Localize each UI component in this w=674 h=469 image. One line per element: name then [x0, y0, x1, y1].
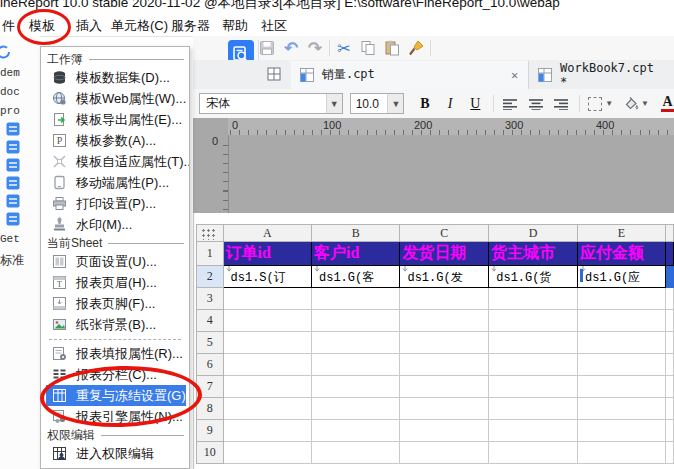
tree-item-partial[interactable]: 标准 — [0, 252, 24, 269]
copy-icon[interactable] — [358, 38, 378, 58]
empty-cell[interactable] — [489, 398, 578, 420]
cell-c1[interactable]: 发货日期 — [400, 242, 489, 266]
refresh-icon[interactable] — [0, 44, 12, 60]
empty-cell[interactable] — [223, 376, 311, 398]
empty-cell[interactable] — [400, 398, 489, 420]
empty-cell[interactable] — [489, 376, 578, 398]
menu-item-insert[interactable]: 插入 — [76, 17, 102, 35]
align-center-icon[interactable] — [526, 94, 545, 114]
empty-cell[interactable] — [489, 288, 578, 310]
menu-item-report-footer[interactable]: 报表页脚(F)... — [41, 293, 189, 314]
menu-item-partial[interactable]: 件 — [2, 17, 15, 35]
menu-item-help[interactable]: 帮助 — [222, 17, 248, 35]
menu-item-parameters[interactable]: P 模板参数(A)... — [41, 130, 189, 151]
empty-cell[interactable] — [312, 376, 400, 398]
cell-e1[interactable]: 应付金额 — [578, 242, 666, 266]
column-header-e[interactable]: E — [578, 225, 666, 242]
font-size-select[interactable]: 10.0 ▼ — [350, 93, 405, 114]
empty-cell[interactable] — [578, 398, 666, 420]
row-header-8[interactable]: 8 — [197, 398, 224, 420]
empty-cell[interactable] — [578, 332, 666, 354]
row-header-10[interactable]: 10 — [197, 442, 224, 464]
empty-cell[interactable] — [312, 398, 400, 420]
row-header-5[interactable]: 5 — [197, 332, 224, 354]
empty-cell[interactable] — [578, 310, 666, 332]
fill-color-button[interactable]: ▼ — [623, 96, 649, 111]
empty-cell[interactable] — [400, 442, 489, 464]
cpt-file-icon[interactable] — [6, 176, 20, 190]
tree-item-partial[interactable]: Get — [0, 233, 20, 245]
empty-cell[interactable] — [223, 398, 311, 420]
empty-cell[interactable] — [400, 288, 489, 310]
cell-a1[interactable]: 订单id — [223, 242, 311, 266]
empty-cell[interactable] — [400, 376, 489, 398]
menu-item-watermark[interactable]: 水印(M)... — [41, 214, 189, 235]
undo-icon[interactable]: ↶ — [281, 38, 301, 58]
menu-item-web-attributes[interactable]: 模板Web属性(W)... — [41, 88, 189, 109]
cell-b2[interactable]: ds1.G(客 — [312, 266, 400, 288]
tree-item-partial[interactable]: doc — [0, 86, 20, 98]
underline-button[interactable]: U — [467, 94, 484, 113]
cpt-file-icon[interactable] — [6, 122, 20, 136]
cpt-file-icon[interactable] — [6, 212, 20, 226]
empty-cell[interactable] — [400, 354, 489, 376]
tree-item-partial[interactable]: dem — [0, 67, 20, 79]
empty-cell[interactable] — [489, 310, 578, 332]
bold-button[interactable]: B — [416, 94, 433, 113]
tab-sales-cpt[interactable]: 销量.cpt ✕ — [291, 61, 529, 89]
empty-cell[interactable] — [312, 420, 400, 442]
italic-button[interactable]: I — [442, 94, 459, 113]
empty-cell[interactable] — [400, 310, 489, 332]
empty-cell[interactable] — [223, 288, 311, 310]
empty-cell[interactable] — [489, 332, 578, 354]
empty-cell[interactable] — [489, 354, 578, 376]
row-header-9[interactable]: 9 — [197, 420, 224, 442]
select-all-corner[interactable] — [197, 225, 224, 242]
column-header-d[interactable]: D — [489, 225, 578, 242]
cut-icon[interactable]: ✂ — [334, 38, 354, 58]
empty-cell[interactable] — [578, 376, 666, 398]
cell-c2[interactable]: ds1.G(发 — [400, 266, 489, 288]
font-color-button[interactable]: A — [661, 95, 674, 112]
empty-cell[interactable] — [578, 442, 666, 464]
empty-cell[interactable] — [312, 354, 400, 376]
empty-cell[interactable] — [578, 420, 666, 442]
cell-a2[interactable]: ds1.S(订 — [223, 266, 311, 288]
menu-item-adaptive-attributes[interactable]: 模板自适应属性(T)... — [41, 151, 189, 172]
row-header-1[interactable]: 1 — [197, 242, 224, 266]
menu-item-enter-permission-edit[interactable]: 进入权限编辑 — [41, 443, 189, 464]
tab-list-icon[interactable] — [265, 65, 285, 85]
menu-item-mobile-attributes[interactable]: 移动端属性(P)... — [41, 172, 189, 193]
tree-item-partial[interactable]: pro — [0, 105, 20, 117]
empty-cell[interactable] — [489, 420, 578, 442]
menu-item-paper-background[interactable]: 纸张背景(B)... — [41, 314, 189, 335]
menu-item-fill-attributes[interactable]: 报表填报属性(R)... — [41, 343, 189, 364]
empty-cell[interactable] — [489, 442, 578, 464]
empty-cell[interactable] — [312, 310, 400, 332]
empty-cell[interactable] — [578, 288, 666, 310]
empty-cell[interactable] — [312, 442, 400, 464]
empty-cell[interactable] — [223, 442, 311, 464]
align-left-icon[interactable] — [501, 94, 520, 114]
align-right-icon[interactable] — [551, 94, 570, 114]
empty-cell[interactable] — [578, 354, 666, 376]
menu-item-community[interactable]: 社区 — [261, 17, 287, 35]
row-header-6[interactable]: 6 — [197, 354, 224, 376]
empty-cell[interactable] — [312, 288, 400, 310]
column-header-c[interactable]: C — [400, 225, 489, 242]
cell-d1[interactable]: 货主城市 — [489, 242, 578, 266]
tab-close-icon[interactable]: ✕ — [507, 68, 522, 82]
empty-cell[interactable] — [223, 310, 311, 332]
menu-item-cell[interactable]: 单元格(C) — [111, 17, 168, 35]
menu-item-print-settings[interactable]: 打印设置(P)... — [41, 193, 189, 214]
menu-item-report-header[interactable]: T 报表页眉(H)... — [41, 272, 189, 293]
row-header-4[interactable]: 4 — [197, 310, 224, 332]
menu-item-server[interactable]: 服务器 — [171, 17, 210, 35]
redo-icon[interactable]: ↷ — [305, 38, 325, 58]
save-icon[interactable] — [257, 38, 277, 58]
empty-cell[interactable] — [400, 420, 489, 442]
tab-workbook7-cpt[interactable]: WorkBook7.cpt * — [529, 61, 674, 89]
menu-item-dataset[interactable]: 模板数据集(D)... — [41, 67, 189, 88]
empty-cell[interactable] — [400, 332, 489, 354]
cpt-file-icon[interactable] — [6, 194, 20, 208]
